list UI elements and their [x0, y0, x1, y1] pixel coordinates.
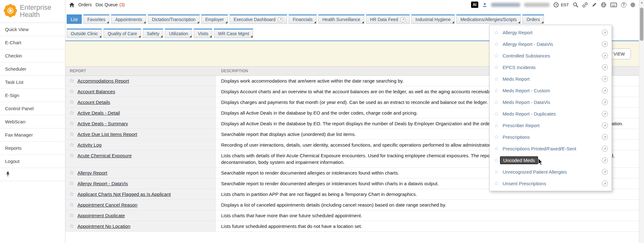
sidebar-item-scheduler[interactable]: Scheduler — [0, 62, 65, 76]
favorite-star-icon[interactable]: ☆ — [69, 202, 74, 208]
circle-arrow-icon[interactable]: ↗ — [602, 111, 608, 117]
sidebar-item-task-list[interactable]: Task List — [0, 76, 65, 89]
user-icon[interactable] — [482, 3, 487, 7]
breadcrumb-doc-queue[interactable]: Doc Queue — [96, 2, 118, 7]
favorite-star-icon[interactable]: ☆ — [69, 152, 74, 159]
circle-arrow-icon[interactable]: ↗ — [602, 157, 608, 163]
report-link[interactable]: Applicant Charts Not Flagged as Is Appli… — [77, 191, 171, 197]
report-link[interactable]: Account Details — [77, 99, 110, 105]
favorite-star-icon[interactable]: ☆ — [494, 157, 499, 164]
favorite-star-icon[interactable]: ☆ — [69, 131, 74, 138]
circle-arrow-icon[interactable]: ↗ — [602, 76, 608, 82]
favorite-star-icon[interactable]: ☆ — [494, 111, 499, 117]
menu-item-meds-report-duplicates[interactable]: ☆Meds Report - Duplicates↗ — [490, 108, 612, 120]
tab-favorites[interactable]: Favorites — [83, 14, 110, 24]
favorite-star-icon[interactable]: ☆ — [69, 78, 74, 84]
tab-orders[interactable]: Orders — [522, 14, 544, 24]
vertical-scrollbar[interactable]: ▲ — [639, 0, 644, 243]
report-link[interactable]: Appointment Cancel Reason — [77, 202, 137, 208]
circle-arrow-icon[interactable]: ↗ — [602, 64, 608, 70]
report-link[interactable]: Active Due List Items Report — [77, 131, 137, 138]
circle-arrow-icon[interactable]: ↗ — [602, 122, 608, 128]
favorite-star-icon[interactable]: ☆ — [494, 41, 499, 47]
tab-financials[interactable]: Financials — [289, 14, 317, 24]
favorite-star-icon[interactable]: ☆ — [494, 134, 499, 140]
link-icon[interactable] — [582, 2, 588, 8]
favorite-star-icon[interactable]: ☆ — [494, 64, 499, 71]
favorite-star-icon[interactable]: ☆ — [69, 120, 74, 127]
tab-outside-clinic[interactable]: Outside Clinic — [67, 29, 102, 38]
circle-arrow-icon[interactable]: ↗ — [602, 41, 608, 47]
menu-item-allergy-report-datavis[interactable]: ☆Allergy Report - DataVis↗ — [490, 38, 612, 50]
sidebar-item-logout[interactable]: Logout — [0, 155, 65, 168]
favorite-star-icon[interactable]: ☆ — [69, 99, 74, 105]
report-link[interactable]: Appointment Duplicate — [77, 212, 125, 219]
menu-item-prescriptions[interactable]: ☆Prescriptions↗ — [490, 131, 612, 143]
favorite-star-icon[interactable]: ☆ — [494, 29, 499, 36]
tab-utilization[interactable]: Utilization — [165, 29, 192, 38]
sidebar-item-e-sign[interactable]: E-Sign — [0, 89, 65, 102]
menu-item-unrecognized-patient-allergies[interactable]: ☆Unrecognized Patient Allergies↗ — [490, 166, 612, 178]
menu-item-prescriptions-printed-faxed-e-sent[interactable]: ☆Prescriptions Printed/Faxed/E-Sent↗ — [490, 143, 612, 154]
favorite-star-icon[interactable]: ☆ — [69, 110, 74, 116]
circle-arrow-icon[interactable]: ↗ — [602, 169, 608, 175]
status-dot-icon[interactable] — [630, 3, 635, 7]
menu-item-prescriber-report[interactable]: ☆Prescriber Report↗ — [490, 120, 612, 131]
sidebar-pin-toggle[interactable] — [0, 168, 65, 181]
report-link[interactable]: Acute Chemical Exposure — [77, 152, 132, 159]
report-link[interactable]: Appointment No Location — [77, 223, 130, 230]
favorite-star-icon[interactable]: ☆ — [69, 170, 74, 176]
ai-badge[interactable]: AI — [471, 2, 478, 8]
menu-item-unsent-prescriptions[interactable]: ☆Unsent Prescriptions↗ — [490, 178, 612, 189]
tab-appointments[interactable]: Appointments — [111, 14, 146, 24]
menu-item-epcs-incidents[interactable]: ☆EPCS Incidents↗ — [490, 62, 612, 73]
menu-item-meds-report[interactable]: ☆Meds Report↗ — [490, 73, 612, 85]
clock-icon[interactable] — [553, 2, 559, 8]
tab-health-surveillance[interactable]: Health Surveillance — [318, 14, 364, 24]
tab-employer[interactable]: Employer — [201, 14, 228, 24]
favorite-star-icon[interactable]: ☆ — [494, 99, 499, 105]
report-link[interactable]: Account Balances — [77, 88, 115, 95]
tab-quality-of-care[interactable]: Quality of Care — [103, 29, 141, 38]
favorite-star-icon[interactable]: ☆ — [69, 88, 74, 95]
tab-medications-allergies-scripts[interactable]: Medications/Allergies/Scripts — [456, 14, 521, 24]
menu-item-controlled-substances[interactable]: ☆Controlled Substances↗ — [490, 50, 612, 62]
circle-arrow-icon[interactable]: ↗ — [602, 181, 608, 186]
favorite-star-icon[interactable]: ☆ — [69, 180, 74, 187]
favorite-star-icon[interactable]: ☆ — [494, 145, 499, 152]
sidebar-item-e-chart[interactable]: E-Chart — [0, 36, 65, 49]
help-icon[interactable]: ? — [621, 2, 626, 8]
favorite-star-icon[interactable]: ☆ — [69, 212, 74, 219]
scrollbar-up-arrow-icon[interactable]: ▲ — [639, 0, 644, 5]
sidebar-item-control-panel[interactable]: Control Panel — [0, 102, 65, 115]
tab-industrial-hygiene[interactable]: Industrial Hygiene — [411, 14, 455, 24]
tab-wr-case-mgmt[interactable]: WR Case Mgmt — [214, 29, 253, 38]
favorite-star-icon[interactable]: ☆ — [494, 76, 499, 82]
circle-arrow-icon[interactable]: ↗ — [602, 99, 608, 105]
report-link[interactable]: Allergy Report — [77, 170, 107, 176]
favorite-star-icon[interactable]: ☆ — [69, 142, 74, 148]
report-link[interactable]: Activity Log — [77, 142, 102, 148]
tab-dictation-transcription[interactable]: Dictation/Transcription — [148, 14, 200, 24]
report-link[interactable]: Active Deals - Summary — [77, 120, 128, 127]
globe-icon[interactable] — [601, 2, 606, 8]
menu-item-uncoded-meds[interactable]: ☆Uncoded Meds↗ — [490, 154, 612, 166]
favorite-star-icon[interactable]: ☆ — [494, 122, 499, 129]
favorite-star-icon[interactable]: ☆ — [494, 52, 499, 59]
report-link[interactable]: Allergy Report - DataVis — [77, 180, 128, 187]
sidebar-item-quick-view[interactable]: Quick View — [0, 23, 65, 36]
sidebar-item-reports[interactable]: Reports — [0, 142, 65, 155]
tab-list[interactable]: List — [67, 14, 82, 24]
circle-arrow-icon[interactable]: ↗ — [602, 88, 608, 94]
menu-item-allergy-report[interactable]: ☆Allergy Report↗ — [490, 27, 612, 38]
report-link[interactable]: Active Deals - Detail — [77, 110, 120, 116]
sidebar-item-checkin[interactable]: Checkin — [0, 49, 65, 62]
search-icon[interactable] — [573, 2, 578, 8]
circle-arrow-icon[interactable]: ↗ — [602, 30, 608, 35]
menu-item-meds-report-datavis[interactable]: ☆Meds Report - DataVis↗ — [490, 96, 612, 108]
favorite-star-icon[interactable]: ☆ — [69, 191, 74, 197]
favorite-star-icon[interactable]: ☆ — [69, 223, 74, 230]
favorite-star-icon[interactable]: ☆ — [494, 87, 499, 94]
sidebar-item-webscan[interactable]: WebScan — [0, 115, 65, 128]
tab-visits[interactable]: Visits — [194, 29, 212, 38]
